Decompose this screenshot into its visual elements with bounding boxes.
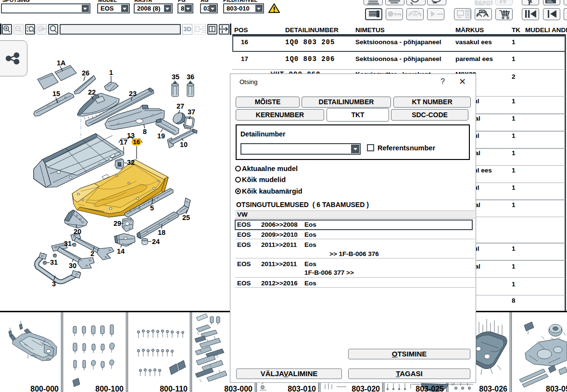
svg-text:5: 5 (150, 204, 154, 212)
svg-text:31: 31 (50, 258, 58, 266)
svg-text:8: 8 (143, 128, 147, 135)
svg-text:26: 26 (82, 69, 89, 77)
svg-text:25: 25 (182, 214, 190, 221)
svg-text:23: 23 (129, 90, 137, 98)
svg-text:2: 2 (90, 250, 94, 257)
svg-text:31: 31 (64, 240, 72, 247)
svg-text:14: 14 (117, 247, 125, 255)
svg-text:18: 18 (158, 229, 165, 236)
svg-text:32: 32 (127, 159, 135, 166)
svg-text:36: 36 (187, 73, 194, 81)
svg-text:3: 3 (52, 280, 56, 288)
svg-text:35: 35 (172, 73, 179, 81)
svg-text:1: 1 (109, 69, 113, 76)
svg-text:29: 29 (113, 220, 121, 227)
svg-text:24: 24 (152, 238, 160, 245)
svg-text:1A: 1A (57, 59, 66, 67)
svg-text:100%: 100% (40, 27, 47, 30)
svg-text:27: 27 (176, 102, 184, 110)
svg-text:15: 15 (52, 90, 60, 98)
svg-text:30: 30 (69, 262, 76, 270)
svg-text:10: 10 (180, 141, 188, 148)
svg-text:16: 16 (133, 138, 139, 146)
svg-text:17: 17 (120, 138, 127, 146)
svg-text:22: 22 (88, 88, 96, 96)
svg-text:20: 20 (74, 228, 81, 235)
svg-text:19: 19 (157, 132, 165, 140)
svg-text:37: 37 (188, 108, 195, 116)
